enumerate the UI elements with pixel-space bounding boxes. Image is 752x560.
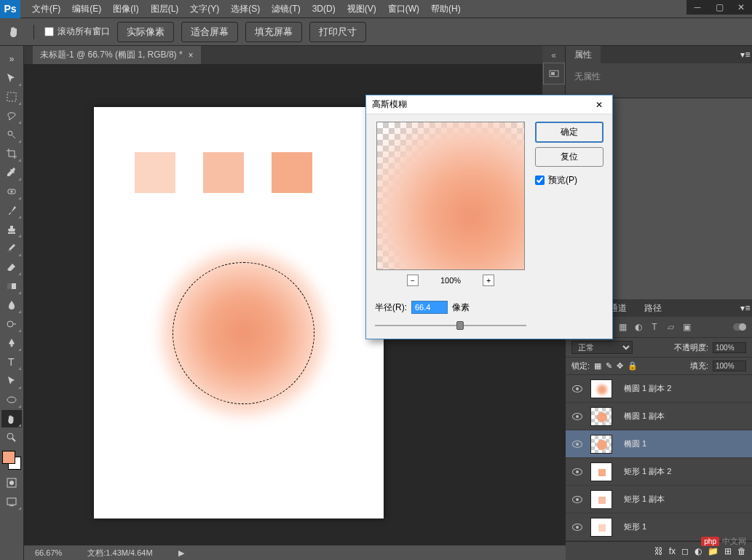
layer-thumb[interactable] <box>590 462 612 481</box>
delete-layer-icon[interactable]: 🗑 <box>737 546 746 556</box>
zoom-in-button[interactable]: + <box>483 275 494 286</box>
menu-help[interactable]: 帮助(H) <box>425 3 467 15</box>
layer-mask-icon[interactable]: ◻ <box>681 546 689 556</box>
preview-box[interactable] <box>376 122 525 270</box>
layer-visibility-toggle[interactable] <box>569 413 586 420</box>
path-select-tool[interactable] <box>1 372 22 390</box>
layer-row[interactable]: 矩形 1 副本 2 <box>566 458 752 486</box>
filter-smart-icon[interactable]: ▣ <box>681 321 692 333</box>
menu-3d[interactable]: 3D(D) <box>306 4 341 14</box>
eraser-tool[interactable] <box>1 259 22 276</box>
menu-filter[interactable]: 滤镜(T) <box>266 3 306 15</box>
layer-thumb[interactable] <box>590 435 612 454</box>
fit-screen-button[interactable]: 适合屏幕 <box>181 22 238 42</box>
filter-pixel-icon[interactable]: ▦ <box>617 321 628 333</box>
print-size-button[interactable]: 打印尺寸 <box>309 22 366 42</box>
pen-tool[interactable] <box>1 334 22 352</box>
filter-shape-icon[interactable]: ▱ <box>665 321 676 333</box>
layer-name[interactable]: 矩形 1 副本 2 <box>624 466 671 477</box>
color-swatches[interactable] <box>2 451 21 470</box>
type-tool[interactable]: T <box>1 353 22 371</box>
eyedropper-tool[interactable] <box>1 164 22 181</box>
layer-name[interactable]: 矩形 1 <box>624 521 646 532</box>
dock-collapse-icon[interactable]: « <box>542 50 565 60</box>
fill-input[interactable]: 100% <box>713 360 746 371</box>
adjustment-layer-icon[interactable]: ◐ <box>694 546 702 556</box>
fill-screen-button[interactable]: 填充屏幕 <box>245 22 302 42</box>
filter-adjust-icon[interactable]: ◐ <box>633 321 644 333</box>
layer-visibility-toggle[interactable] <box>569 385 586 393</box>
blend-mode-select[interactable]: 正常 <box>571 341 633 354</box>
gradient-tool[interactable] <box>1 277 22 295</box>
layer-thumb[interactable] <box>590 518 612 537</box>
menu-file[interactable]: 文件(F) <box>26 3 66 15</box>
actual-pixels-button[interactable]: 实际像素 <box>117 22 174 42</box>
layer-visibility-toggle[interactable] <box>569 524 586 531</box>
foreground-color[interactable] <box>2 451 15 464</box>
menu-view[interactable]: 视图(V) <box>341 3 382 15</box>
scroll-all-checkbox[interactable]: 滚动所有窗口 <box>44 25 110 38</box>
opacity-input[interactable]: 100% <box>713 342 746 353</box>
document-info[interactable]: 文档:1.43M/4.64M <box>87 548 152 559</box>
layer-thumb[interactable] <box>590 407 612 426</box>
radius-slider[interactable] <box>375 320 526 331</box>
stamp-tool[interactable] <box>1 221 22 238</box>
dialog-close-button[interactable]: ✕ <box>592 100 606 110</box>
move-tool[interactable] <box>1 69 22 87</box>
filter-toggle[interactable] <box>733 323 746 331</box>
reset-button[interactable]: 复位 <box>535 147 603 167</box>
preview-checkbox-input[interactable] <box>535 176 545 185</box>
hand-tool[interactable] <box>1 410 22 427</box>
minimize-button[interactable]: ─ <box>686 0 708 15</box>
ok-button[interactable]: 确定 <box>535 122 603 143</box>
layers-panel-menu-icon[interactable]: ▾≡ <box>739 303 752 313</box>
lock-transparency-icon[interactable]: ▦ <box>594 361 601 371</box>
layer-visibility-toggle[interactable] <box>569 441 586 448</box>
menu-window[interactable]: 窗口(W) <box>382 3 425 15</box>
menu-layer[interactable]: 图层(L) <box>145 3 185 15</box>
brush-tool[interactable] <box>1 202 22 219</box>
status-arrow-icon[interactable]: ▶ <box>178 548 184 558</box>
shape-tool[interactable] <box>1 391 22 409</box>
layer-visibility-toggle[interactable] <box>569 496 586 503</box>
layer-name[interactable]: 椭圆 1 <box>624 438 646 449</box>
menu-type[interactable]: 文字(Y) <box>184 3 225 15</box>
collapsed-navigator-icon[interactable] <box>543 63 565 84</box>
filter-type-icon[interactable]: T <box>649 321 660 333</box>
history-brush-tool[interactable] <box>1 240 22 257</box>
maximize-button[interactable]: ▢ <box>708 0 730 15</box>
new-layer-icon[interactable]: ⊞ <box>724 546 732 556</box>
lock-position-icon[interactable]: ✥ <box>617 361 623 371</box>
layer-group-icon[interactable]: 📁 <box>708 546 719 556</box>
panel-menu-icon[interactable]: ▾≡ <box>739 50 752 60</box>
zoom-tool[interactable] <box>1 429 22 446</box>
layer-visibility-toggle[interactable] <box>569 468 586 476</box>
layer-row[interactable]: 矩形 1 副本 <box>566 486 752 513</box>
menu-image[interactable]: 图像(I) <box>107 3 144 15</box>
slider-thumb[interactable] <box>456 321 464 330</box>
dialog-title-bar[interactable]: 高斯模糊 ✕ <box>366 95 612 114</box>
close-window-button[interactable]: ✕ <box>730 0 752 15</box>
scroll-all-input[interactable] <box>44 27 54 36</box>
layer-name[interactable]: 椭圆 1 副本 2 <box>624 383 671 394</box>
layer-row[interactable]: 椭圆 1 <box>566 430 752 458</box>
layer-row[interactable]: 椭圆 1 副本 <box>566 403 752 430</box>
menu-edit[interactable]: 编辑(E) <box>66 3 107 15</box>
crop-tool[interactable] <box>1 145 22 162</box>
lock-paint-icon[interactable]: ✎ <box>606 361 612 371</box>
blur-tool[interactable] <box>1 296 22 314</box>
layer-fx-icon[interactable]: fx <box>669 546 676 556</box>
lasso-tool[interactable] <box>1 107 22 125</box>
marquee-tool[interactable] <box>1 88 22 106</box>
lock-all-icon[interactable]: 🔒 <box>628 361 638 371</box>
preview-checkbox[interactable]: 预览(P) <box>535 174 603 186</box>
screen-mode-toggle[interactable] <box>1 493 22 510</box>
hand-tool-icon[interactable] <box>6 23 23 41</box>
radius-input[interactable] <box>411 301 448 314</box>
layer-name[interactable]: 椭圆 1 副本 <box>624 411 665 422</box>
layer-row[interactable]: 椭圆 1 副本 2 <box>566 375 752 403</box>
layer-thumb[interactable] <box>590 379 612 398</box>
zoom-level[interactable]: 66.67% <box>35 548 62 557</box>
menu-select[interactable]: 选择(S) <box>225 3 266 15</box>
quick-select-tool[interactable] <box>1 126 22 143</box>
